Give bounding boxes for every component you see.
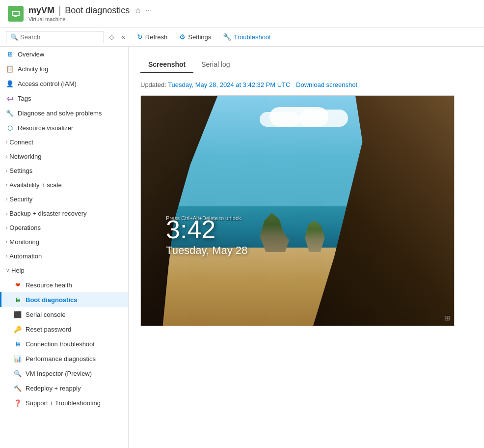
page-title: Boot diagnostics (65, 5, 130, 16)
clouds (260, 107, 358, 137)
sidebar-item-boot-diagnostics[interactable]: 🖥 Boot diagnostics (0, 292, 128, 307)
troubleshoot-icon: 🔧 (223, 33, 231, 41)
sidebar-item-serial-console[interactable]: ⬛ Serial console (0, 307, 128, 322)
toolbar: 🔍 ◇ « ↻ Refresh ⚙ Settings 🔧 Troubleshoo… (0, 28, 484, 47)
sidebar-item-access-control[interactable]: 👤 Access control (IAM) (0, 76, 128, 91)
update-prefix: Updated: (140, 81, 166, 88)
page-header: myVM | Boot diagnostics ☆ ··· Virtual ma… (0, 0, 484, 28)
sidebar-item-activity-log[interactable]: 📋 Activity log (0, 61, 128, 76)
performance-icon: 📊 (14, 355, 22, 363)
support-icon: ❓ (14, 399, 22, 407)
chevron-right-icon: › (6, 253, 7, 259)
sidebar-item-connection-troubleshoot[interactable]: 🖥 Connection troubleshoot (0, 336, 128, 351)
sidebar-group-availability[interactable]: › Availability + scale (0, 178, 128, 192)
chevron-right-icon: › (6, 140, 7, 145)
sidebar-group-networking[interactable]: › Networking (0, 149, 128, 164)
sidebar-group-automation[interactable]: › Automation (0, 249, 128, 263)
redeploy-icon: 🔨 (14, 384, 22, 392)
troubleshoot-label: Troubleshoot (234, 33, 270, 41)
boot-diagnostics-icon: 🖥 (14, 296, 22, 304)
chevron-right-icon: › (6, 168, 7, 173)
more-options-icon[interactable]: ··· (145, 6, 152, 15)
sidebar-group-monitoring[interactable]: › Monitoring (0, 235, 128, 249)
chevron-right-icon: › (6, 211, 7, 216)
sidebar-group-security[interactable]: › Security (0, 192, 128, 206)
chevron-down-icon: ∨ (6, 268, 9, 273)
svg-rect-2 (14, 16, 17, 17)
activity-log-icon: 📋 (6, 65, 14, 73)
serial-console-icon: ⬛ (14, 310, 22, 318)
search-input[interactable] (20, 33, 100, 41)
screenshot-scene: Press Ctrl+Alt+Delete to unlock. 3:42 Tu… (141, 96, 454, 326)
sidebar-group-connect[interactable]: › Connect (0, 135, 128, 149)
tag-icon: 🏷 (6, 94, 14, 102)
overview-icon: 🖥 (6, 50, 14, 58)
sidebar-group-backup[interactable]: › Backup + disaster recovery (0, 206, 128, 221)
search-icon: 🔍 (10, 33, 18, 41)
refresh-button[interactable]: ↻ Refresh (132, 30, 173, 43)
chevron-right-icon: › (6, 154, 7, 159)
expand-icon[interactable]: ⊞ (444, 314, 450, 322)
settings-label: Settings (188, 33, 211, 41)
sidebar-item-support[interactable]: ❓ Support + Troubleshooting (0, 395, 128, 410)
iam-icon: 👤 (6, 80, 14, 87)
diagnose-icon: 🔧 (6, 109, 14, 117)
sidebar-item-redeploy[interactable]: 🔨 Redeploy + reapply (0, 381, 128, 395)
sidebar-group-operations[interactable]: › Operations (0, 221, 128, 235)
svg-rect-1 (13, 12, 19, 15)
main-layout: 🖥 Overview 📋 Activity log 👤 Access contr… (0, 47, 484, 448)
chevron-right-icon: › (6, 182, 7, 188)
toolbar-nav: ◇ « (106, 31, 128, 43)
refresh-label: Refresh (145, 33, 168, 41)
sidebar-item-vm-inspector[interactable]: 🔍 VM Inspector (Preview) (0, 366, 128, 381)
screenshot-date: Tuesday, May 28 (166, 244, 247, 257)
cloud-3 (299, 110, 348, 127)
content-area: Screenshot Serial log Updated: Tuesday, … (129, 47, 484, 448)
nav-back-button[interactable]: « (118, 31, 128, 43)
tab-screenshot[interactable]: Screenshot (140, 56, 193, 73)
health-icon: ❤ (14, 281, 22, 289)
screenshot-time: 3:42 (166, 217, 247, 242)
chevron-right-icon: › (6, 239, 7, 245)
chevron-right-icon: › (6, 225, 7, 230)
update-info: Updated: Tuesday, May 28, 2024 at 3:42:3… (140, 81, 472, 88)
sidebar-item-tags[interactable]: 🏷 Tags (0, 91, 128, 106)
header-separator: | (58, 5, 61, 16)
search-box[interactable]: 🔍 (6, 31, 104, 43)
reset-password-icon: 🔑 (14, 325, 22, 333)
settings-icon: ⚙ (179, 33, 186, 41)
screenshot-container: Press Ctrl+Alt+Delete to unlock. 3:42 Tu… (140, 95, 455, 326)
tab-serial-log[interactable]: Serial log (193, 56, 238, 73)
vm-icon (8, 6, 24, 22)
vm-inspector-icon: 🔍 (14, 369, 22, 377)
visualizer-icon: ⬡ (6, 124, 14, 132)
header-title-block: myVM | Boot diagnostics ☆ ··· Virtual ma… (28, 5, 152, 22)
resource-type-label: Virtual machine (28, 16, 152, 22)
connection-troubleshoot-icon: 🖥 (14, 340, 22, 348)
settings-button[interactable]: ⚙ Settings (174, 30, 216, 43)
sidebar-item-performance-diagnostics[interactable]: 📊 Performance diagnostics (0, 351, 128, 366)
vm-name: myVM (28, 5, 54, 16)
sidebar-item-diagnose[interactable]: 🔧 Diagnose and solve problems (0, 106, 128, 120)
sidebar-item-resource-visualizer[interactable]: ⬡ Resource visualizer (0, 120, 128, 135)
chevron-right-icon: › (6, 196, 7, 202)
troubleshoot-button[interactable]: 🔧 Troubleshoot (218, 30, 275, 43)
download-screenshot-link[interactable]: Download screenshot (296, 81, 357, 88)
nav-diamond-button[interactable]: ◇ (106, 31, 117, 43)
content-tabs: Screenshot Serial log (140, 56, 472, 73)
cloud-2 (260, 112, 299, 127)
update-timestamp: Tuesday, May 28, 2024 at 3:42:32 PM UTC (168, 81, 290, 88)
refresh-icon: ↻ (137, 33, 143, 41)
sidebar-item-overview[interactable]: 🖥 Overview (0, 47, 128, 61)
time-display: 3:42 Tuesday, May 28 (166, 217, 247, 257)
sidebar-item-reset-password[interactable]: 🔑 Reset password (0, 322, 128, 336)
sidebar-group-settings[interactable]: › Settings (0, 164, 128, 178)
sidebar-group-help[interactable]: ∨ Help (0, 263, 128, 278)
sidebar: 🖥 Overview 📋 Activity log 👤 Access contr… (0, 47, 129, 448)
sidebar-item-resource-health[interactable]: ❤ Resource health (0, 278, 128, 292)
favorite-icon[interactable]: ☆ (134, 6, 141, 15)
